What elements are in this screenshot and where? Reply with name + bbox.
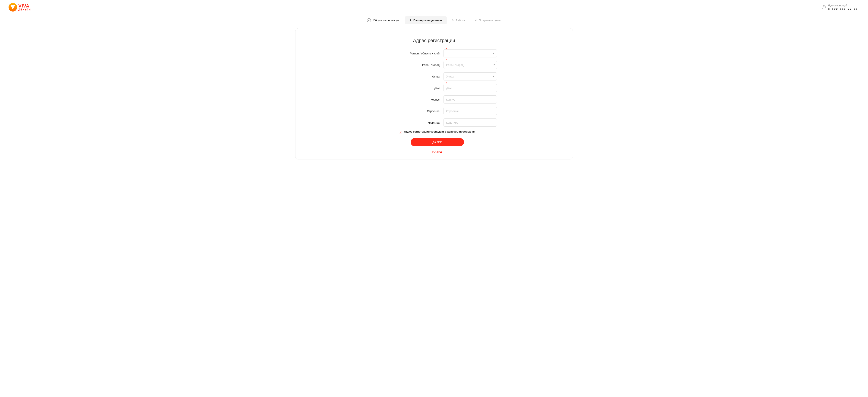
back-button[interactable]: НАЗАД <box>432 150 442 153</box>
step-work[interactable]: 3 Работа <box>447 16 470 24</box>
city-select[interactable] <box>443 61 497 69</box>
same-address-checkbox[interactable] <box>399 130 402 133</box>
street-select[interactable] <box>443 72 497 80</box>
label-korpus: Корпус <box>371 98 440 101</box>
step-label: Работа <box>456 19 465 22</box>
flat-input[interactable] <box>443 119 497 127</box>
check-circle-icon <box>367 19 371 22</box>
form-card: Адрес регистрации Регион / область / кра… <box>295 28 573 160</box>
step-label: Общая информация <box>373 19 400 22</box>
help-block: ? Нужна помощь? 8 800 550 77 66 <box>822 4 858 11</box>
logo[interactable]: VIVA ДЕНЬГИ <box>8 3 31 11</box>
logo-mark-icon <box>8 3 17 11</box>
step-receive-money[interactable]: 4 Получение денег <box>470 16 506 24</box>
help-icon: ? <box>822 5 826 9</box>
label-city: Район / город <box>371 63 440 67</box>
step-passport[interactable]: 2 Паспортные данные <box>405 16 447 24</box>
help-phone[interactable]: 8 800 550 77 66 <box>828 7 858 11</box>
step-label: Получение денег <box>479 19 501 22</box>
label-street: Улица <box>371 75 440 78</box>
region-select[interactable] <box>443 49 497 58</box>
next-button[interactable]: ДАЛЕЕ <box>411 138 464 146</box>
label-flat: Квартира <box>371 121 440 124</box>
step-general-info[interactable]: Общая информация <box>362 16 405 24</box>
help-label: Нужна помощь? <box>828 4 847 7</box>
logo-text-sub: ДЕНЬГИ <box>19 8 31 11</box>
form-title: Адрес регистрации <box>300 38 568 43</box>
step-label: Паспортные данные <box>413 19 442 22</box>
label-house: Дом <box>371 87 440 90</box>
step-number: 4 <box>475 19 476 22</box>
required-asterisk-icon: * <box>446 82 447 85</box>
step-number: 3 <box>452 19 454 22</box>
required-asterisk-icon: * <box>446 59 447 62</box>
required-asterisk-icon: * <box>446 47 447 51</box>
same-address-label: Адрес регистрации совпадает с адресом пр… <box>404 130 475 133</box>
building-input[interactable] <box>443 107 497 115</box>
label-building: Строение <box>371 109 440 113</box>
check-icon <box>400 131 402 133</box>
label-region: Регион / область / край <box>371 52 440 55</box>
korpus-input[interactable] <box>443 95 497 103</box>
header: VIVA ДЕНЬГИ ? Нужна помощь? 8 800 550 77… <box>0 0 868 14</box>
house-input[interactable] <box>443 84 497 92</box>
progress-steps: Общая информация 2 Паспортные данные 3 Р… <box>0 14 868 28</box>
logo-text-main: VIVA <box>19 4 31 8</box>
step-number: 2 <box>410 19 411 22</box>
